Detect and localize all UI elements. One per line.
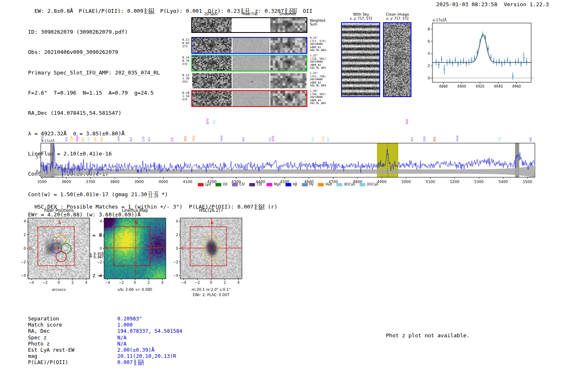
spec2d-row	[191, 55, 307, 72]
legend-label: (K)CaII	[344, 183, 355, 186]
2dspec-image	[192, 56, 232, 71]
match-plae-uncertainty: 0.0160.005	[134, 360, 144, 366]
legend-swatch	[216, 183, 221, 186]
match-table-row: P(LAE)/P(OII)0.0070.0160.005	[28, 359, 182, 366]
legend-item: CIII	[249, 183, 262, 186]
spec2d-row	[191, 72, 307, 89]
col-header-2dspec: 2D Spec	[191, 12, 231, 16]
legend-item: MgII	[267, 183, 281, 186]
match-table-row: RA, Dec194.078337, 54.581584	[28, 328, 182, 334]
row-annotation: 1.22" (718, 581) 20210406 v009_02 202_RL…	[310, 54, 339, 70]
row-stats: 0.12 1.39 253	[182, 74, 191, 84]
row-annotation: 0.32" (717, 572) 20210406 v009_01 202_RL…	[310, 37, 339, 52]
primary-slot: Primary Spec_Slot_IFU_AMP: 202_035_074_R…	[28, 70, 168, 76]
legend-swatch	[198, 183, 204, 186]
legend-label: CIII	[257, 183, 262, 186]
legend-item: HeII	[318, 183, 332, 186]
2dspec-image	[192, 38, 232, 53]
lineflux-map-canvas	[88, 216, 170, 292]
clean-coords: x, y: 717, 572	[380, 17, 415, 21]
legend-item: Hβ	[285, 183, 297, 186]
legend-label: Lyα	[205, 183, 211, 186]
match-table-value: 1.000	[117, 322, 133, 328]
weighted-smoothed-image	[270, 18, 307, 32]
match-table-row: Spec zN/A	[28, 334, 182, 341]
header-meta: 2025-01-03 08:23:58 Version 1.22.3	[436, 1, 549, 8]
hsc-r-canvas	[164, 216, 246, 292]
smoothed-image	[270, 56, 307, 71]
match-table-row: Match score1.000	[28, 322, 182, 328]
match-table-value: 0.20983"	[117, 315, 142, 322]
2dspec-image	[192, 73, 232, 88]
match-table-row: mag20.11(20.10,20.13)R	[28, 353, 182, 359]
obs-id: Obs: 20210406v009_3090262079	[28, 49, 168, 56]
spectrum-plot-canvas	[21, 110, 555, 190]
legend-item: Hγ	[302, 183, 314, 186]
legend-item: CIV	[232, 183, 245, 186]
legend-item: (H)CaII	[360, 183, 378, 186]
legend-swatch	[337, 183, 342, 186]
match-table-row: Est LyA rest-EW2.00(±0.39)Å	[28, 347, 182, 353]
row-stats: 0.21 0.84 273	[182, 38, 191, 49]
match-table: Separation0.20983"Match score1.000RA, De…	[28, 315, 182, 366]
weighted-2dspec-image	[192, 18, 232, 32]
pixelflat-image	[232, 38, 269, 53]
legend-swatch	[360, 183, 365, 186]
pixelflat-image	[232, 56, 269, 71]
spec2d-row	[191, 90, 307, 107]
clean-title: Clean Image	[380, 12, 415, 16]
spectrum-legend: LyαOIICIVCIIIMgIIHβHγHeII(K)CaII(H)CaII	[198, 183, 378, 186]
ew-value: EW: 2.8±0.8Å	[35, 8, 73, 14]
legend-swatch	[318, 183, 324, 186]
legend-swatch	[249, 183, 255, 186]
match-table-value: 0.007	[117, 359, 133, 365]
match-table-value: 2.00(±0.39)Å	[117, 347, 154, 353]
withsky-image	[342, 23, 379, 96]
legend-label: Hβ	[293, 183, 297, 186]
col-header-pixelflat: Pixel Flat	[232, 12, 269, 16]
weighted-sum-label: Weighted Sum	[310, 19, 325, 26]
legend-label: OII	[223, 183, 228, 186]
2dspec-image	[192, 91, 232, 106]
match-table-label: Match score	[28, 322, 117, 328]
match-table-value: N/A	[117, 334, 127, 341]
spec2d-row	[191, 37, 307, 54]
weighted-sum-row	[191, 17, 307, 33]
withsky-coords: x, y: 717, 572	[341, 17, 381, 21]
hsc-plae-uncertainty: 0.0140.005	[255, 204, 265, 211]
plae-poii-value: P(LAE)/P(OII): 0.009	[79, 8, 144, 14]
legend-label: HeII	[325, 183, 332, 186]
pixelflat-image	[232, 73, 269, 88]
spec2d-panel: 2D Spec Pixel Flat Smoothed Weighted Sum…	[191, 17, 348, 112]
match-table-label: RA, Dec	[28, 328, 117, 334]
match-table-label: mag	[28, 353, 117, 359]
match-table-row: Separation0.20983"	[28, 315, 182, 322]
row-annotation: 1.25" (721, 758) 20210406 v009_03 202_RL…	[310, 72, 339, 88]
legend-item: Lyα	[198, 183, 211, 186]
col-header-smoothed: Smoothed	[269, 12, 306, 16]
withsky-panel	[341, 22, 380, 97]
legend-label: MgII	[274, 183, 281, 186]
match-table-label: Spec z	[28, 334, 117, 341]
fiber-positions-title: Fiber Positions	[28, 208, 90, 213]
match-table-label: Photo z	[28, 341, 117, 347]
smoothed-image	[270, 38, 307, 53]
fiber-positions-canvas	[12, 216, 94, 292]
clean-image	[384, 23, 411, 96]
match-table-label: P(LAE)/P(OII)	[28, 359, 117, 365]
match-table-value: 194.078337, 54.581584	[117, 328, 182, 334]
row-stats: 0.10 1.16 272	[182, 91, 191, 102]
smoothed-image	[270, 73, 307, 88]
smoothed-image	[270, 91, 307, 106]
linefit-plot-canvas	[413, 16, 545, 95]
match-table-label: Est LyA rest-EW	[28, 347, 117, 353]
withsky-title: With Sky	[341, 12, 381, 16]
detect-id: ID: 3090262079 (3090262079.pdf)	[28, 29, 168, 35]
row-annotation: 1.50" (738, 581) 20210406 v009_03 202_RL…	[310, 90, 339, 105]
hsc-caption2: EWr: 2. PLAE: 0.007	[176, 293, 246, 297]
row-stats: 0.14 0.78 272	[182, 56, 191, 66]
fiber-xlabel: arcsecs	[28, 288, 90, 292]
plae-poii-uncertainty: 0.0150.006	[144, 9, 154, 15]
legend-label: Hγ	[309, 183, 314, 186]
legend-label: (H)CaII	[367, 183, 378, 186]
